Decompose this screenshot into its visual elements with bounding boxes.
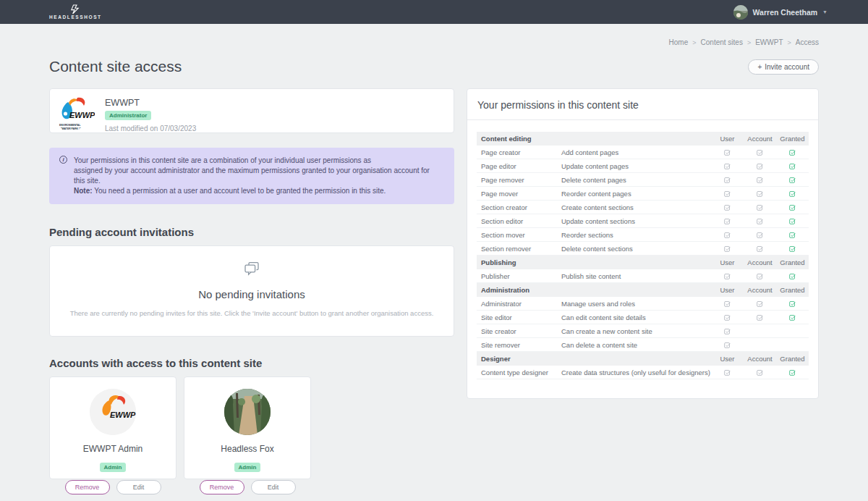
permission-description: Manage users and roles: [561, 300, 711, 308]
edit-account-button[interactable]: Edit: [251, 480, 296, 494]
site-logo-ewwpt: EWWPT ENVIRONMENTAL "WATER PARK !": [59, 96, 95, 132]
remove-account-button[interactable]: Remove: [65, 480, 110, 494]
permission-description: Can edit content site details: [561, 313, 711, 321]
account-card-headless-fox: Headless Fox Admin Remove Edit: [184, 376, 311, 479]
check-icon: [723, 231, 731, 239]
breadcrumb: Home > Content sites > EWWPT > Access: [49, 24, 819, 58]
permission-role: Publisher: [477, 272, 561, 280]
breadcrumb-site[interactable]: EWWPT: [755, 38, 783, 46]
permissions-panel: Your permissions in this content site Co…: [467, 88, 819, 399]
account-avatar: EWWPT: [90, 389, 136, 435]
site-last-modified: Last modified on 07/03/2023: [105, 125, 196, 132]
check-icon: [788, 190, 796, 198]
check-icon: [723, 245, 731, 253]
check-icon: [756, 162, 764, 170]
site-summary-card: EWWPT ENVIRONMENTAL "WATER PARK !" EWWPT…: [49, 88, 454, 133]
permission-role: Content type designer: [477, 369, 561, 376]
check-icon: [788, 231, 796, 239]
permission-description: Update content sections: [561, 217, 711, 225]
permission-group-header: PublishingUserAccountGranted: [477, 256, 809, 269]
permission-column-header: Granted: [776, 258, 809, 266]
account-role-badge: Admin: [100, 463, 127, 472]
info-note: Note: You need a permission at a user an…: [74, 186, 443, 196]
edit-account-button[interactable]: Edit: [116, 480, 161, 494]
remove-account-button[interactable]: Remove: [200, 480, 244, 494]
breadcrumb-home[interactable]: Home: [669, 38, 689, 46]
permission-user-cell: [711, 313, 744, 321]
user-menu[interactable]: Warren Cheetham ▼: [733, 5, 827, 20]
check-icon: [788, 245, 796, 253]
permission-user-cell: [711, 327, 744, 335]
permission-role: Section editor: [477, 217, 561, 225]
permission-role: Section creator: [477, 203, 561, 211]
site-role-badge: Administrator: [105, 111, 151, 120]
permission-row: Section removerDelete content sections: [477, 242, 809, 256]
permissions-info-banner: i Your permissions in this content site …: [49, 148, 454, 204]
permission-user-cell: [711, 175, 744, 184]
check-icon: [723, 162, 731, 170]
top-bar: HEADLESSHOST Warren Cheetham ▼: [0, 0, 868, 24]
permission-row: Page creatorAdd content pages: [477, 146, 809, 159]
permission-granted-cell: [776, 175, 809, 184]
permission-column-header: User: [711, 135, 744, 143]
svg-text:ENVIRONMENTAL: ENVIRONMENTAL: [59, 124, 80, 127]
permission-role: Page creator: [477, 148, 561, 156]
check-icon: [723, 341, 731, 349]
check-icon: [723, 203, 731, 211]
permission-row: Section moverReorder sections: [477, 228, 809, 242]
permission-description: Add content pages: [561, 148, 711, 156]
permissions-title: Your permissions in this content site: [467, 89, 818, 120]
check-icon: [756, 176, 764, 184]
permission-role: Site creator: [477, 327, 561, 335]
check-icon: [756, 245, 764, 253]
permission-granted-cell: [776, 203, 809, 211]
permission-granted-cell: [776, 244, 809, 253]
permission-row: AdministratorManage users and roles: [477, 297, 809, 311]
check-icon: [723, 190, 731, 198]
permission-user-cell: [711, 368, 744, 376]
permission-account-cell: [744, 189, 776, 198]
permission-row: Section creatorCreate content sections: [477, 201, 809, 214]
brand-logo[interactable]: HEADLESSHOST: [49, 4, 102, 20]
permission-description: Delete content pages: [561, 176, 711, 184]
breadcrumb-separator: >: [788, 39, 791, 46]
svg-text:EWWPT: EWWPT: [110, 411, 136, 419]
breadcrumb-content-sites[interactable]: Content sites: [701, 38, 743, 46]
permission-account-cell: [744, 271, 776, 280]
check-icon: [756, 217, 764, 225]
check-icon: [723, 327, 731, 335]
page-title: Content site access: [49, 58, 182, 75]
permission-row: Page editorUpdate content pages: [477, 159, 809, 173]
permission-role: Site remover: [477, 341, 561, 349]
permission-description: Reorder content pages: [561, 190, 711, 198]
permission-user-cell: [711, 299, 744, 308]
check-icon: [788, 148, 796, 156]
permission-role: Page mover: [477, 190, 561, 198]
check-icon: [723, 313, 731, 321]
pending-empty-title: No pending invitations: [64, 288, 439, 300]
accounts-heading: Accounts with access to this content sit…: [49, 357, 454, 369]
permission-column-header: Account: [744, 258, 776, 266]
permission-column-header: Account: [744, 286, 776, 294]
permission-role: Section remover: [477, 245, 561, 253]
invite-account-button[interactable]: + Invite account: [748, 59, 819, 75]
breadcrumb-access[interactable]: Access: [796, 38, 819, 46]
permission-description: Can delete a content site: [561, 341, 711, 349]
permission-row: Section editorUpdate content sections: [477, 214, 809, 228]
check-icon: [788, 203, 796, 211]
permission-description: Create content sections: [561, 203, 711, 211]
permission-user-cell: [711, 161, 744, 170]
info-note-text: You need a permission at a user and acco…: [94, 187, 386, 195]
info-icon: i: [59, 156, 67, 164]
check-icon: [756, 231, 764, 239]
permission-row: PublisherPublish site content: [477, 269, 809, 283]
permission-group-name: Publishing: [477, 258, 561, 266]
permission-group-name: Administration: [477, 286, 561, 294]
permission-user-cell: [711, 148, 744, 156]
check-icon: [723, 272, 731, 280]
check-icon: [788, 217, 796, 225]
check-icon: [756, 272, 764, 280]
permission-user-cell: [711, 216, 744, 225]
check-icon: [723, 300, 731, 308]
brand-name: HEADLESSHOST: [49, 15, 102, 20]
